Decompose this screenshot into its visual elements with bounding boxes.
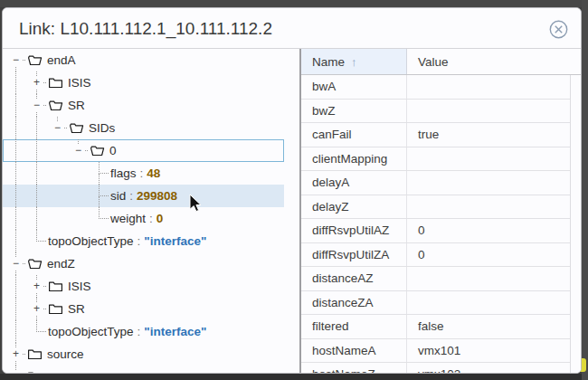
tree-guide [48, 185, 69, 207]
cell-value: false [407, 315, 570, 338]
tree-scrollbar-track[interactable] [284, 49, 299, 373]
tree-guide [6, 298, 27, 320]
table-scrollbar-track[interactable] [570, 75, 581, 373]
tree-guide-line [36, 331, 46, 332]
tree-guide [27, 162, 48, 185]
tree-node-ISIS[interactable]: +ISIS [3, 275, 284, 298]
tree-guide [6, 117, 27, 139]
tree-node-label: source [47, 347, 84, 361]
tree-node-topoObjectType[interactable]: topoObjectType : "interface" [3, 230, 284, 252]
tree-node-source[interactable]: +source [3, 343, 284, 366]
tree-node-flags[interactable]: flags : 48 [3, 162, 284, 185]
tree-node-label: ISIS [68, 76, 91, 90]
cell-name: diffRsvpUtilAZ [301, 219, 407, 242]
screenshot-stage: Link: L10.111.112.1_10.111.112.2 −endA+I… [0, 0, 588, 380]
tree-guide-line [99, 195, 109, 196]
cell-name: delayA [301, 171, 407, 195]
table-row-filtered[interactable]: filteredfalse [301, 315, 570, 339]
table-row-diffRsvpUtilZA[interactable]: diffRsvpUtilZA0 [301, 243, 570, 268]
tree-connector [90, 185, 110, 207]
collapse-icon[interactable]: − [31, 100, 43, 111]
expand-icon[interactable]: + [10, 371, 22, 373]
table-row-distanceZA[interactable]: distanceZA [301, 291, 570, 316]
table-row-bwZ[interactable]: bwZ [301, 100, 570, 124]
tree-guide-line [99, 174, 100, 185]
collapse-icon[interactable]: − [52, 122, 63, 134]
key-value-separator: : [129, 189, 133, 203]
cell-name: bwZ [301, 100, 407, 123]
expand-icon[interactable]: + [31, 77, 43, 89]
table-row-delayZ[interactable]: delayZ [301, 195, 570, 220]
tree-node-topoObjectType[interactable]: topoObjectType : "interface" [3, 320, 284, 343]
table-row-distanceAZ[interactable]: distanceAZ [301, 267, 570, 291]
dialog-titlebar: Link: L10.111.112.1_10.111.112.2 [3, 8, 581, 49]
folder-closed-icon [48, 302, 63, 316]
dialog-content: −endA+ISIS−SR−SIDs−0flags : 48sid : 2998… [3, 49, 581, 373]
folder-open-icon [69, 121, 84, 135]
cell-name: distanceAZ [301, 267, 407, 290]
cell-value [407, 195, 570, 219]
expand-icon[interactable]: + [31, 303, 43, 315]
cell-value [407, 291, 570, 315]
collapse-icon[interactable]: − [10, 258, 22, 270]
cell-value [407, 100, 570, 123]
tree-guide-line [36, 162, 37, 185]
tree-node-sid[interactable]: sid : 299808 [3, 185, 284, 207]
tree-node-ISIS[interactable]: +ISIS [3, 71, 284, 94]
tree-guide-line [15, 94, 16, 117]
tree-guide-line [15, 117, 16, 139]
folder-closed-icon [48, 76, 63, 90]
object-tree: −endA+ISIS−SR−SIDs−0flags : 48sid : 2998… [3, 49, 284, 373]
column-header-value-label: Value [418, 55, 449, 69]
tree-connector [90, 162, 110, 185]
table-row-canFail[interactable]: canFailtrue [301, 123, 570, 147]
table-row-hostNameA[interactable]: hostNameAvmx101 [301, 339, 570, 364]
tree-connector [27, 320, 48, 343]
collapse-icon[interactable]: − [72, 145, 84, 157]
tree-connector [27, 230, 48, 252]
tree-node-SIDs[interactable]: −SIDs [3, 117, 284, 139]
expand-icon[interactable]: + [31, 280, 43, 292]
tree-guide [69, 207, 90, 230]
tree-node-value: 0 [156, 212, 164, 225]
table-row-diffRsvpUtilAZ[interactable]: diffRsvpUtilAZ0 [301, 219, 570, 243]
tree-connector: − [6, 252, 27, 275]
tree-connector: − [48, 117, 69, 139]
tree-node-0[interactable]: −0 [3, 139, 284, 162]
collapse-icon[interactable]: − [10, 54, 22, 66]
tree-guide [27, 139, 48, 162]
column-header-value[interactable]: Value [407, 49, 581, 74]
tree-guide [27, 207, 48, 230]
tree-node-weight[interactable]: weight : 0 [3, 207, 284, 230]
background-edge-top [0, 0, 588, 7]
tree-node-target[interactable]: +target [3, 366, 284, 373]
tree-node-SR[interactable]: −SR [3, 94, 284, 117]
tree-node-label: topoObjectType [48, 325, 134, 338]
tree-connector: + [27, 298, 48, 320]
table-row-clientMapping[interactable]: clientMapping [301, 147, 570, 172]
tree-guide-line [36, 241, 46, 242]
tree-connector: − [27, 94, 48, 117]
link-details-dialog: Link: L10.111.112.1_10.111.112.2 −endA+I… [2, 7, 582, 374]
table-row-bwA[interactable]: bwA [301, 75, 570, 100]
cell-value: true [407, 123, 570, 147]
tree-node-endZ[interactable]: −endZ [3, 252, 284, 275]
tree-connector: + [27, 275, 48, 298]
folder-closed-icon [27, 370, 43, 373]
tree-guide-line [99, 218, 109, 219]
tree-node-SR[interactable]: +SR [3, 298, 284, 320]
table-row-delayA[interactable]: delayA [301, 171, 570, 195]
tree-node-value: 299808 [137, 189, 177, 203]
close-button[interactable] [549, 20, 568, 39]
tree-guide-line [15, 275, 16, 298]
tree-guide-line [36, 139, 37, 162]
table-row-hostNameZ[interactable]: hostNameZvmx102 [301, 363, 570, 373]
expand-icon[interactable]: + [10, 348, 22, 360]
cell-name: hostNameA [301, 339, 407, 363]
key-value-separator: : [138, 325, 141, 338]
tree-guide-line [99, 173, 109, 174]
tree-node-endA[interactable]: −endA [3, 49, 284, 71]
column-header-name[interactable]: Name ↑ [301, 49, 407, 74]
column-header-name-label: Name [312, 55, 345, 69]
tree-guide [6, 230, 27, 252]
